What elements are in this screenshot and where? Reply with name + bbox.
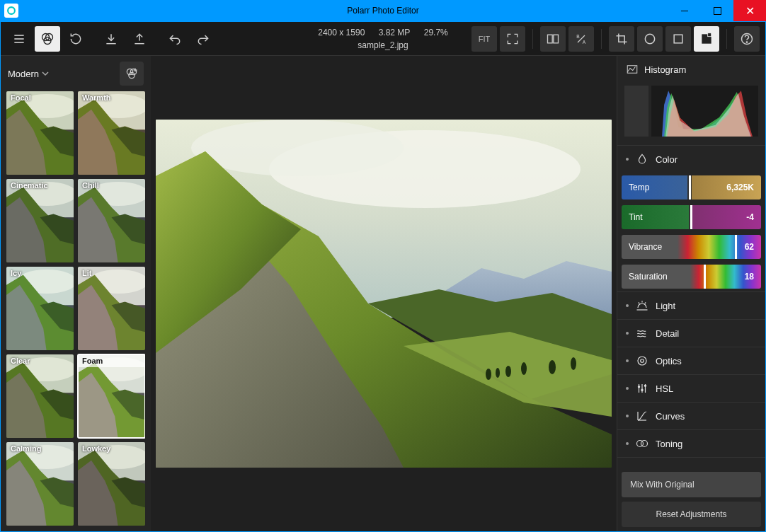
app-icon (4, 4, 18, 18)
panel-color-label: Color (656, 154, 678, 165)
filter-thumb-icy[interactable]: Icy (6, 267, 74, 350)
panel-color[interactable]: Color (617, 145, 765, 173)
panel-light[interactable]: Light (617, 291, 765, 319)
svg-rect-14 (674, 35, 682, 43)
close-button[interactable]: ✕ (733, 0, 766, 21)
adjust-sidebar: Histogram Color (617, 56, 765, 531)
filter-thumb-label: Icy (6, 267, 74, 279)
window-title: Polarr Photo Editor (347, 6, 418, 16)
filter-thumb-calming[interactable]: Calming (6, 442, 74, 526)
svg-rect-8 (548, 35, 553, 43)
svg-text:B: B (576, 34, 580, 39)
image-info: 2400 x 1590 3.82 MP 29.7% sample_2.jpg (312, 26, 453, 52)
fit-button[interactable]: FIT (471, 26, 497, 52)
radial-mask-button[interactable] (637, 26, 663, 52)
add-filter-button[interactable] (120, 62, 144, 86)
svg-point-56 (191, 120, 404, 176)
filter-category-select[interactable]: Modern (8, 69, 49, 79)
panel-optics[interactable]: Optics (617, 347, 765, 374)
slider-vibrance[interactable]: Vibrance 62 (622, 235, 761, 259)
before-after-button[interactable]: BA (568, 26, 594, 52)
svg-point-57 (486, 369, 491, 380)
undo-button[interactable] (162, 26, 188, 52)
panel-hsl[interactable]: HSL (617, 374, 765, 402)
droplet-icon (636, 153, 648, 166)
panel-curves-label: Curves (656, 411, 685, 422)
panel-detail[interactable]: Detail (617, 319, 765, 347)
gradient-mask-button[interactable] (665, 26, 691, 52)
filters-sidebar: Modern FocalWarmthCinematicChillIcyLitCl… (1, 56, 151, 531)
svg-point-0 (8, 7, 15, 14)
svg-point-60 (521, 362, 527, 375)
histogram-icon (626, 63, 639, 76)
crop-button[interactable] (609, 26, 634, 52)
slider-temp[interactable]: Temp 6,325K (622, 175, 761, 200)
filter-thumb-label: Calming (6, 442, 74, 455)
svg-point-69 (638, 357, 646, 365)
svg-point-70 (641, 359, 644, 363)
panel-curves[interactable]: Curves (617, 402, 765, 429)
filter-thumb-label: Foam (78, 354, 145, 367)
filter-thumb-label: Focal (6, 91, 74, 104)
chevron-down-icon (42, 70, 49, 77)
panel-toning-label: Toning (656, 439, 682, 449)
mix-original-button[interactable]: Mix With Original (622, 472, 761, 497)
svg-rect-9 (554, 35, 559, 43)
svg-line-67 (639, 303, 640, 304)
filter-thumb-warmth[interactable]: Warmth (78, 91, 145, 175)
image-megapixels: 3.82 MP (379, 28, 411, 37)
sun-icon (636, 299, 648, 312)
color-mask-button[interactable] (694, 26, 719, 52)
svg-point-74 (638, 386, 639, 388)
filename: sample_2.jpg (312, 39, 453, 52)
filter-thumb-clear[interactable]: Clear (6, 354, 74, 438)
panel-toning[interactable]: Toning (617, 429, 765, 458)
panel-detail-label: Detail (656, 328, 679, 339)
image-dimensions: 2400 x 1590 (318, 28, 365, 37)
zoom-level: 29.7% (424, 28, 448, 37)
filter-thumb-label: Clear (6, 354, 74, 367)
filter-thumb-label: Lit (78, 267, 145, 279)
preview-image[interactable] (156, 120, 612, 468)
redo-button[interactable] (190, 26, 216, 52)
curves-icon (636, 410, 648, 422)
svg-point-62 (571, 357, 576, 370)
toning-icon (636, 437, 648, 450)
svg-point-18 (746, 41, 747, 42)
waves-icon (636, 327, 648, 340)
filter-thumb-label: Lowkey (78, 442, 145, 455)
filter-category-label: Modern (8, 69, 39, 79)
preview-area (151, 56, 617, 531)
filter-thumb-focal[interactable]: Focal (6, 91, 74, 175)
svg-rect-1 (714, 7, 721, 14)
filters-button[interactable] (35, 26, 60, 52)
export-button[interactable] (127, 26, 152, 52)
svg-text:A: A (583, 39, 586, 44)
toolbar: 2400 x 1590 3.82 MP 29.7% sample_2.jpg F… (1, 22, 765, 56)
maximize-button[interactable] (701, 0, 733, 21)
svg-point-13 (645, 34, 654, 43)
histogram-zoom[interactable] (624, 86, 648, 137)
help-button[interactable] (734, 26, 760, 52)
filter-thumb-chill[interactable]: Chill (78, 179, 145, 262)
import-button[interactable] (98, 26, 124, 52)
histogram[interactable] (617, 83, 765, 145)
menu-button[interactable] (6, 26, 32, 52)
slider-tint[interactable]: Tint -4 (622, 205, 761, 229)
compare-button[interactable] (540, 26, 566, 52)
slider-saturation[interactable]: Saturation 18 (622, 265, 761, 289)
filter-thumb-lit[interactable]: Lit (78, 267, 145, 350)
minimize-button[interactable]: ─ (668, 0, 701, 21)
reset-adjustments-button[interactable]: Reset Adjustments (622, 502, 761, 527)
svg-point-21 (129, 72, 135, 78)
filter-thumb-lowkey[interactable]: Lowkey (78, 442, 145, 526)
filter-thumb-foam[interactable]: Foam (78, 354, 145, 438)
panel-optics-label: Optics (656, 356, 682, 366)
titlebar: Polarr Photo Editor ─ ✕ (0, 0, 766, 21)
filter-thumb-cinematic[interactable]: Cinematic (6, 179, 74, 262)
svg-point-78 (641, 441, 648, 447)
fullscreen-button[interactable] (500, 26, 525, 52)
panel-light-label: Light (656, 301, 675, 311)
history-button[interactable] (63, 26, 88, 52)
svg-point-76 (644, 385, 646, 386)
